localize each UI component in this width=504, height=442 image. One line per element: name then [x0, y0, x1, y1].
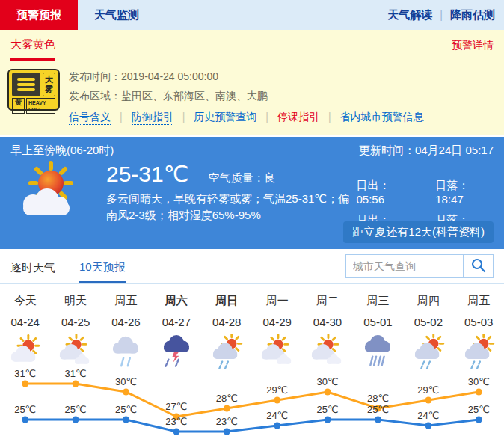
svg-text:25℃: 25℃: [317, 404, 339, 415]
svg-text:23℃: 23℃: [216, 416, 238, 427]
forecast-day-column: 周三05-01: [353, 294, 403, 369]
svg-text:31℃: 31℃: [14, 369, 36, 379]
warning-link[interactable]: 省内城市预警信息: [340, 111, 424, 123]
svg-text:30℃: 30℃: [115, 376, 137, 387]
day-date: 04-24: [0, 316, 50, 328]
warning-tabbar: 大雾黄色 预警详情: [0, 30, 504, 61]
day-name: 周六: [151, 294, 201, 308]
day-name: 周五: [101, 294, 151, 308]
svg-text:29℃: 29℃: [417, 384, 439, 396]
publish-area-line: 发布区域：盐田区、东部海区、南澳、大鹏: [69, 90, 424, 103]
svg-text:28℃: 28℃: [367, 393, 389, 404]
forecast-day-column: 周一04-29: [252, 294, 302, 369]
svg-text:24℃: 24℃: [266, 410, 288, 421]
period-title: 早上至傍晚(06-20时): [10, 144, 114, 158]
solar-term-button[interactable]: 距立夏还有12天(科普资料): [343, 221, 494, 243]
forecast-days-row: 今天04-24明天04-25周五04-26周六04-27周日04-28周一04-…: [0, 294, 504, 369]
day-date: 05-02: [403, 316, 453, 328]
air-quality: 空气质量：良: [208, 171, 275, 185]
svg-text:23℃: 23℃: [165, 416, 187, 427]
svg-text:27℃: 27℃: [165, 401, 187, 412]
top-nav: 预警预报天气监测 天气解读|降雨估测: [0, 0, 504, 30]
day-date: 04-29: [252, 316, 302, 328]
svg-text:29℃: 29℃: [266, 384, 288, 396]
svg-text:25℃: 25℃: [367, 404, 389, 415]
forecast-day-column: 周二04-30: [302, 294, 352, 369]
forecast-day-column: 周日04-28: [202, 294, 252, 369]
day-name: 明天: [50, 294, 100, 308]
day-date: 05-03: [454, 316, 504, 328]
forecast-day-column: 周五05-03: [454, 294, 504, 369]
top-nav-tab[interactable]: 预警预报: [0, 0, 78, 30]
astro-item: 日落：18:47: [435, 179, 494, 206]
heavy-fog-warning-icon: 大雾 黄 HEAVY FOG: [7, 69, 60, 111]
top-nav-separator: |: [440, 9, 443, 21]
day-name: 今天: [0, 294, 50, 308]
warning-link[interactable]: 历史预警查询: [194, 111, 256, 123]
top-nav-tabs: 预警预报天气监测: [0, 0, 156, 30]
fog-icon-label: 大雾: [43, 73, 55, 96]
day-date: 04-28: [202, 316, 252, 328]
sun-cloud-icon: [0, 334, 50, 369]
fog-bars-glyph: [12, 73, 40, 96]
warning-links: 信号含义|防御指引|历史预警查询|停课指引|省内城市预警信息: [69, 111, 424, 135]
thunderstorm-icon: [151, 334, 201, 369]
warning-link-separator: |: [328, 111, 331, 123]
day-date: 04-27: [151, 316, 201, 328]
top-nav-link[interactable]: 降雨估测: [450, 8, 495, 22]
publish-time-value: 2019-04-24 05:00:00: [121, 70, 218, 82]
sun-clouds-icon: [50, 334, 100, 369]
forecast-tabbar: 逐时天气10天预报: [0, 249, 504, 284]
warning-link[interactable]: 停课指引: [277, 111, 319, 123]
day-name: 周三: [353, 294, 403, 308]
top-nav-links: 天气解读|降雨估测: [387, 0, 504, 30]
warning-detail-link[interactable]: 预警详情: [452, 30, 494, 61]
sun-clouds-icon: [252, 334, 302, 369]
city-search-input[interactable]: [345, 254, 464, 278]
publish-time-label: 发布时间：: [69, 70, 121, 82]
warning-link[interactable]: 信号含义: [69, 111, 111, 125]
svg-text:25℃: 25℃: [65, 404, 87, 415]
day-date: 04-30: [302, 316, 352, 328]
svg-text:24℃: 24℃: [417, 410, 439, 421]
forecast-day-column: 周四05-02: [403, 294, 453, 369]
publish-area-label: 发布区域：: [69, 90, 121, 102]
day-name: 周二: [302, 294, 352, 308]
forecast-tab[interactable]: 10天预报: [79, 252, 126, 283]
warning-link[interactable]: 防御指引: [132, 111, 173, 125]
warning-body: 大雾 黄 HEAVY FOG 发布时间：2019-04-24 05:00:00 …: [0, 61, 504, 135]
day-date: 04-26: [101, 316, 151, 328]
top-nav-link[interactable]: 天气解读: [387, 8, 432, 22]
forecast-day-column: 周五04-26: [101, 294, 151, 369]
warning-link-separator: |: [120, 111, 123, 123]
rain-light-icon: [101, 334, 151, 369]
warning-info: 发布时间：2019-04-24 05:00:00 发布区域：盐田区、东部海区、南…: [69, 69, 424, 135]
svg-text:28℃: 28℃: [216, 393, 238, 404]
svg-text:25℃: 25℃: [115, 404, 137, 415]
day-name: 周一: [252, 294, 302, 308]
warning-category-tab[interactable]: 大雾黄色: [10, 30, 55, 61]
day-date: 05-01: [353, 316, 403, 328]
svg-text:25℃: 25℃: [14, 404, 36, 415]
rain-heavy-icon: [353, 334, 403, 369]
day-name: 周日: [202, 294, 252, 308]
forecast-day-column: 明天04-25: [50, 294, 100, 369]
current-weather-icon: [10, 161, 85, 240]
day-name: 周四: [403, 294, 453, 308]
current-summary: 25-31℃ 空气质量：良 多云间晴天，早晚有轻雾或雾；气温25-31℃；偏南风…: [106, 161, 357, 240]
svg-text:31℃: 31℃: [65, 369, 87, 379]
svg-text:30℃: 30℃: [317, 376, 339, 387]
current-weather-panel: 早上至傍晚(06-20时) 更新时间：04月24日 05:17: [0, 137, 504, 249]
temperature-chart: 31℃31℃30℃27℃28℃29℃30℃28℃29℃30℃25℃25℃25℃2…: [0, 369, 504, 442]
forecast-day-column: 周六04-27: [151, 294, 201, 369]
sun-rain-icon: [202, 334, 252, 369]
temperature-range: 25-31℃: [106, 161, 188, 187]
search-button[interactable]: [464, 254, 494, 278]
forecast-tabs: 逐时天气10天预报: [10, 249, 150, 283]
forecast-day-column: 今天04-24: [0, 294, 50, 369]
sun-rain-icon: [454, 334, 504, 369]
forecast-tab[interactable]: 逐时天气: [10, 252, 55, 283]
top-nav-tab[interactable]: 天气监测: [78, 0, 156, 30]
sun-rain-icon: [403, 334, 453, 369]
publish-time-line: 发布时间：2019-04-24 05:00:00: [69, 70, 424, 84]
